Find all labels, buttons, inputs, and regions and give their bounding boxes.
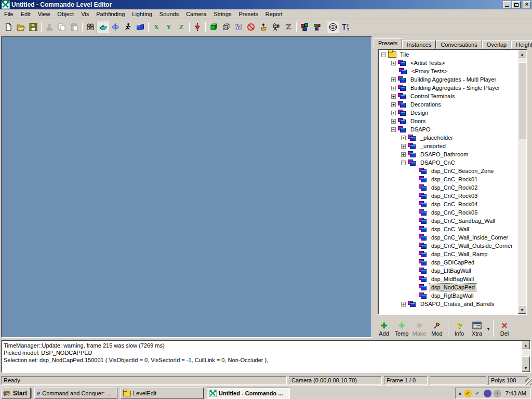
scroll-down-icon[interactable]: ▼ [518, 305, 526, 314]
tree-item[interactable]: +_unsorted [379, 142, 517, 150]
output-log[interactable]: TimeManager::Update: warning, frame 215 … [1, 340, 531, 373]
scroll-thumb[interactable] [518, 62, 526, 139]
menu-object[interactable]: Object [54, 10, 77, 19]
tree-scrollbar[interactable]: ▲ ▼ [518, 50, 526, 314]
tree-item[interactable]: −Tile [379, 50, 517, 59]
tree-item[interactable]: +Doors [379, 117, 517, 125]
copy-button[interactable] [56, 21, 68, 33]
menu-view[interactable]: View [34, 10, 54, 19]
tree-item-label[interactable]: <Artist Tests> [409, 59, 446, 66]
mod-button[interactable]: Mod [428, 319, 446, 339]
wireframe-view-button[interactable] [220, 21, 232, 33]
del-button[interactable]: ✕ Del [496, 319, 513, 339]
tree-item[interactable]: dsp_CnC_Rock03 [379, 192, 517, 200]
camera-settings-button[interactable] [270, 21, 282, 33]
tree-item[interactable]: −DSAPO [379, 125, 517, 134]
menu-presets[interactable]: Presets [235, 10, 262, 19]
tab-overlap[interactable]: Overlap [482, 40, 512, 49]
tree-item[interactable]: +DSAPO_Bathroom [379, 150, 517, 158]
tree-item-label[interactable]: DSAPO_Bathroom [419, 151, 470, 158]
axis-x-button[interactable]: X [150, 21, 163, 33]
blocked-app-icon[interactable]: ⊘ [484, 390, 491, 397]
cut-button[interactable] [43, 21, 56, 33]
scroll-down-icon[interactable]: ▼ [522, 364, 530, 372]
tree-item-label[interactable]: dsp_RgtBagWall [430, 292, 475, 299]
maximize-button[interactable] [512, 1, 521, 8]
plus-expander-icon[interactable]: + [391, 86, 396, 90]
tree-item[interactable]: dsp_MidBagWall [379, 275, 517, 283]
plus-expander-icon[interactable]: + [401, 152, 406, 157]
tree-item-label[interactable]: dsp_CnC_Wall [430, 225, 471, 233]
tree-item-label[interactable]: dsp_CnC_Rock02 [430, 184, 479, 191]
plus-expander-icon[interactable]: + [391, 61, 396, 65]
new-file-button[interactable] [2, 21, 15, 33]
tree-item-label[interactable]: Control Terminals [409, 92, 456, 100]
minus-expander-icon[interactable]: − [391, 127, 396, 132]
tree-item-label[interactable]: Doors [409, 117, 427, 125]
orbit-camera-button[interactable] [109, 21, 122, 33]
plus-expander-icon[interactable]: + [401, 302, 406, 307]
tree-item-label[interactable]: Tile [398, 51, 410, 58]
solid-view-button[interactable] [207, 21, 220, 33]
tree-item[interactable]: +Design [379, 109, 517, 117]
disable-vis-button[interactable] [245, 21, 257, 33]
tree-item-label[interactable]: dsp_CnC_Wall_Outside_Corner [430, 242, 514, 249]
tree-item[interactable]: dsp_CnC_Wall [379, 225, 517, 233]
xtra-button[interactable]: Xtra [468, 319, 486, 339]
certificate-check-icon[interactable]: ✓ [474, 390, 482, 397]
tree-item[interactable]: dsp_RgtBagWall [379, 291, 517, 300]
text-scale-button[interactable] [339, 21, 352, 33]
tree-item-label[interactable]: dsp_NodCapPed [430, 284, 476, 291]
tree-item-label[interactable]: dsp_CnC_Wall_Inside_Corner [430, 234, 510, 241]
tree-item[interactable]: dsp_GDICapPed [379, 258, 517, 267]
tree-item-label[interactable]: Decorations [409, 101, 443, 108]
tree-item-label[interactable]: dsp_CnC_Rock05 [430, 209, 479, 216]
update-check-icon[interactable]: ✓ [464, 390, 472, 397]
tree-item[interactable]: dsp_LftBagWall [379, 267, 517, 275]
drop-object-button[interactable] [191, 21, 204, 33]
plus-expander-icon[interactable]: + [391, 102, 396, 107]
tree-item-label[interactable]: <Proxy Tests> [410, 68, 449, 75]
tree-item-label[interactable]: dsp_CnC_Rock01 [430, 176, 479, 183]
minimize-button[interactable] [503, 1, 511, 8]
tab-conversations[interactable]: Conversations [436, 40, 482, 49]
axis-y-button[interactable]: Y [163, 21, 175, 33]
menu-camera[interactable]: Camera [182, 10, 210, 19]
tab-heightfield[interactable]: Heightfield [511, 40, 532, 49]
plus-expander-icon[interactable]: + [391, 119, 396, 124]
menu-lighting[interactable]: Lighting [128, 10, 156, 19]
tab-presets[interactable]: Presets [374, 38, 402, 49]
plus-expander-icon[interactable]: + [401, 136, 406, 140]
tree-item[interactable]: dsp_CnC_Beacon_Zone [379, 167, 517, 175]
tree-item-label[interactable]: _placeholder [419, 134, 455, 141]
goto-object-button[interactable] [257, 21, 270, 33]
tree-item[interactable]: dsp_NodCapPed [379, 283, 517, 291]
menu-edit[interactable]: Edit [17, 10, 34, 19]
tree-item[interactable]: +Building Aggregates - Multi Player [379, 75, 517, 84]
tree-item-label[interactable]: DSAPO_Crates_and_Barrels [419, 300, 496, 308]
xtra-dropdown-arrow[interactable]: ▼ [486, 319, 491, 339]
speaker-icon[interactable]: ◖ [494, 390, 501, 397]
add-button[interactable]: ✚ Add [375, 319, 393, 339]
close-button[interactable]: × [523, 1, 531, 8]
tree-item-label[interactable]: DSAPO_CnC [419, 159, 457, 166]
pathfind-sector-button[interactable] [282, 21, 295, 33]
tree-item[interactable]: +<Artist Tests> [379, 59, 517, 67]
menu-file[interactable]: File [1, 10, 17, 19]
tree-item[interactable]: dsp_CnC_Sandbag_Wall [379, 217, 517, 225]
viewport[interactable] [1, 36, 372, 338]
task-leveledit[interactable]: LevelEdit [121, 388, 204, 399]
axis-z-button[interactable]: Z [175, 21, 188, 33]
tree-item[interactable]: dsp_CnC_Rock04 [379, 200, 517, 208]
tree-item[interactable]: +Building Aggregates - Single Player [379, 84, 517, 92]
tree-item[interactable]: dsp_CnC_Wall_Inside_Corner [379, 233, 517, 242]
front-camera-button[interactable] [84, 21, 97, 33]
log-scrollbar[interactable]: ▲ ▼ [522, 341, 530, 372]
plus-expander-icon[interactable]: + [391, 111, 396, 115]
tree-item-label[interactable]: dsp_CnC_Sandbag_Wall [430, 217, 497, 224]
make-button[interactable]: ✳ Make [410, 319, 428, 339]
tree-item[interactable]: dsp_CnC_Rock01 [379, 175, 517, 183]
plus-expander-icon[interactable]: + [391, 94, 396, 99]
minus-expander-icon[interactable]: − [381, 52, 386, 57]
tree-item-label[interactable]: Design [409, 109, 430, 116]
